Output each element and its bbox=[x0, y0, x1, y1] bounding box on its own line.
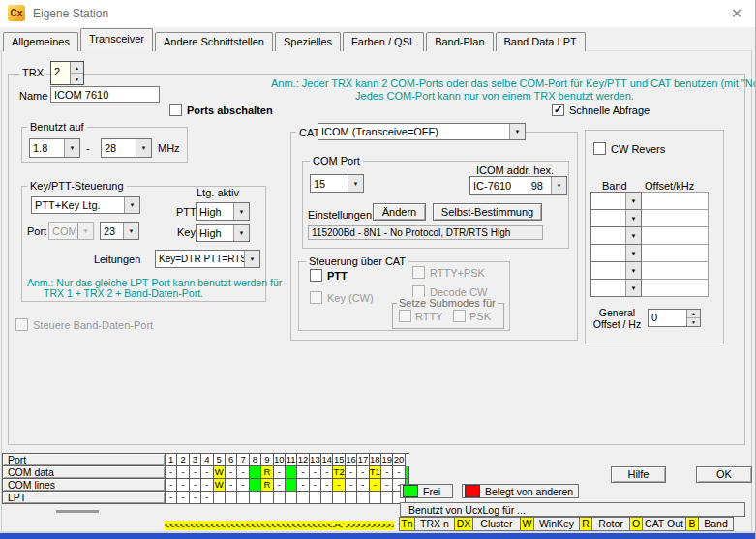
cw-revers-label: CW Revers bbox=[611, 143, 665, 155]
chevron-down-icon[interactable]: ▼ bbox=[625, 193, 641, 209]
port-status-cell: - bbox=[190, 479, 201, 492]
hilfe-button[interactable]: Hilfe bbox=[611, 466, 666, 483]
tab-band-data-lpt[interactable]: Band Data LPT bbox=[496, 32, 586, 51]
port-status-cell bbox=[346, 492, 357, 504]
chevron-down-icon[interactable]: ▼ bbox=[233, 225, 249, 241]
port-status-cell: W bbox=[214, 466, 226, 479]
tab-spezielles[interactable]: Spezielles bbox=[275, 32, 341, 51]
port-status-cell: - bbox=[274, 479, 286, 492]
port-status-cell: - bbox=[381, 479, 393, 492]
general-offset-spinner[interactable]: 0 ▲ ▼ bbox=[648, 309, 701, 327]
port-usage-table: Port1234567891011121314151617181920COM d… bbox=[2, 453, 409, 504]
steuere-band-daten-port-checkbox[interactable] bbox=[15, 318, 28, 331]
close-icon[interactable]: ✕ bbox=[725, 3, 748, 24]
band-select-value bbox=[591, 210, 625, 226]
port-status-cell: - bbox=[393, 466, 405, 479]
port-number-cell: 9 bbox=[261, 454, 273, 466]
port-status-cell: - bbox=[333, 479, 345, 492]
lpt-note-line2: TRX 1 + TRX 2 + Band-Daten-Port. bbox=[44, 287, 203, 299]
band-from-select[interactable]: 1.8▼ bbox=[29, 138, 80, 158]
port-table-header-row: Port1234567891011121314151617181920 bbox=[3, 454, 409, 466]
chevron-down-icon[interactable]: ▼ bbox=[625, 245, 641, 261]
chevron-down-icon[interactable]: ▼ bbox=[625, 210, 641, 226]
chevron-down-icon[interactable]: ▼ bbox=[233, 203, 249, 220]
trx-number-spinner[interactable]: 2 ▲ ▼ bbox=[50, 61, 84, 85]
offset-khz-cell[interactable] bbox=[642, 209, 709, 227]
band-offset-row: ▼ bbox=[590, 244, 709, 262]
band-select[interactable]: ▼ bbox=[590, 261, 642, 280]
port-status-cell bbox=[214, 492, 226, 504]
ptt-key-mode-select[interactable]: PTT+Key Ltg.▼ bbox=[31, 196, 140, 214]
band-select-value bbox=[591, 280, 625, 296]
chevron-down-icon[interactable]: ▼ bbox=[348, 175, 363, 192]
band-select[interactable]: ▼ bbox=[590, 192, 642, 210]
tab-band-plan[interactable]: Band-Plan bbox=[426, 32, 493, 51]
band-select[interactable]: ▼ bbox=[590, 244, 642, 262]
port-status-cell: - bbox=[226, 466, 237, 479]
band-select[interactable]: ▼ bbox=[590, 279, 642, 297]
trx-number-value: 2 bbox=[51, 62, 70, 84]
band-select[interactable]: ▼ bbox=[590, 209, 642, 227]
chevron-down-icon[interactable]: ▼ bbox=[551, 177, 566, 194]
key-level-select[interactable]: High▼ bbox=[196, 224, 250, 242]
leitungen-select[interactable]: Key=DTR PTT=RTS▼ bbox=[155, 250, 260, 268]
offset-khz-cell[interactable] bbox=[642, 244, 709, 262]
com-port-select[interactable]: 15▼ bbox=[310, 174, 364, 193]
icom-addr-select[interactable]: IC-7610 98 ▼ bbox=[469, 176, 567, 195]
port-status-cell: - bbox=[190, 492, 201, 504]
chevron-down-icon[interactable]: ▼ bbox=[123, 223, 138, 239]
tab-transceiver[interactable]: Transceiver bbox=[80, 28, 153, 51]
port-number-cell: 18 bbox=[370, 454, 381, 466]
port-status-cell bbox=[237, 492, 249, 504]
chevron-down-icon: ▼ bbox=[77, 223, 93, 239]
port-status-cell: R bbox=[261, 479, 273, 492]
port-status-cell bbox=[321, 492, 333, 504]
chevron-down-icon[interactable]: ▼ bbox=[124, 197, 139, 213]
port-number-select[interactable]: 23▼ bbox=[100, 222, 139, 240]
cat-protocol-select[interactable]: ICOM (Transceive=OFF)▼ bbox=[318, 123, 526, 140]
band-to-select[interactable]: 28▼ bbox=[101, 138, 152, 158]
table-scrollbar-thumb[interactable] bbox=[56, 510, 99, 513]
port-number-cell: 8 bbox=[250, 454, 261, 466]
selbst-bestimmung-button[interactable]: Selbst-Bestimmung bbox=[433, 203, 542, 221]
port-status-cell: - bbox=[201, 492, 213, 504]
band-offset-row: ▼ bbox=[590, 261, 709, 280]
chevron-down-icon[interactable]: ▼ bbox=[625, 227, 641, 244]
spin-up-icon[interactable]: ▲ bbox=[687, 310, 700, 318]
scroll-arrows-strip[interactable]: <<<<<<<<<<<<<<<<<<<<<<<<<<<<<<<<<>< >>>>… bbox=[165, 521, 394, 530]
offset-khz-cell[interactable] bbox=[642, 226, 709, 245]
port-status-cell: - bbox=[321, 479, 333, 492]
port-status-cell bbox=[370, 492, 381, 504]
trx-name-input[interactable] bbox=[50, 86, 160, 103]
leitungen-label: Leitungen bbox=[94, 254, 140, 265]
chevron-down-icon[interactable]: ▼ bbox=[64, 139, 79, 157]
offset-khz-cell[interactable] bbox=[642, 279, 709, 297]
cat-ptt-checkbox[interactable] bbox=[310, 269, 322, 282]
band-offset-row: ▼ bbox=[590, 279, 709, 297]
ptt-level-select[interactable]: High▼ bbox=[196, 202, 250, 221]
chevron-down-icon[interactable]: ▼ bbox=[136, 139, 151, 157]
spin-down-icon[interactable]: ▼ bbox=[687, 318, 700, 326]
tab-andere-schnittstellen[interactable]: Andere Schnittstellen bbox=[155, 32, 273, 51]
cw-revers-checkbox[interactable] bbox=[593, 142, 606, 155]
port-status-cell: - bbox=[381, 466, 393, 479]
submode-psk-label: PSK bbox=[469, 311, 491, 322]
chevron-down-icon[interactable]: ▼ bbox=[509, 124, 525, 139]
legend-key-w: W bbox=[520, 517, 534, 531]
tab-allgemeines[interactable]: Allgemeines bbox=[3, 32, 78, 51]
ports-abschalten-checkbox[interactable] bbox=[169, 104, 182, 116]
band-select[interactable]: ▼ bbox=[590, 226, 642, 245]
range-dash: - bbox=[86, 142, 90, 154]
port-status-cell bbox=[310, 492, 321, 504]
schnelle-abfrage-checkbox[interactable]: ✓ bbox=[552, 104, 564, 116]
tab-farben-qsl[interactable]: Farben / QSL bbox=[343, 32, 424, 51]
ok-button[interactable]: OK bbox=[696, 466, 752, 483]
offset-khz-cell[interactable] bbox=[642, 261, 709, 280]
chevron-down-icon[interactable]: ▼ bbox=[244, 251, 259, 267]
spin-down-icon[interactable]: ▼ bbox=[71, 74, 83, 84]
spin-up-icon[interactable]: ▲ bbox=[71, 62, 83, 74]
offset-khz-cell[interactable] bbox=[642, 192, 709, 210]
aendern-button[interactable]: Ändern bbox=[373, 203, 426, 221]
chevron-down-icon[interactable]: ▼ bbox=[625, 262, 641, 279]
chevron-down-icon[interactable]: ▼ bbox=[625, 280, 641, 296]
